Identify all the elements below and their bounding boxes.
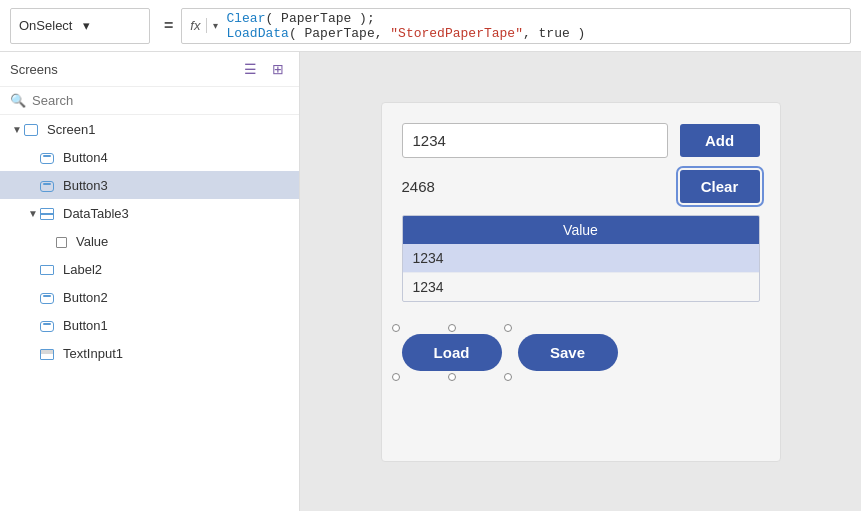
sidebar-item-button3[interactable]: Button3 (0, 171, 299, 199)
sidebar-item-button2[interactable]: Button2 (0, 283, 299, 311)
sidebar-item-label2[interactable]: Label2 (0, 255, 299, 283)
formula-bar[interactable]: fx ▾ Clear( PaperTape ); LoadData( Paper… (181, 8, 851, 44)
clear-button[interactable]: Clear (680, 170, 760, 203)
sidebar-item-label: Button4 (63, 150, 108, 165)
main-layout: Screens ☰ ⊞ 🔍 ▼Screen1Button4Button3▼Dat… (0, 52, 861, 511)
textinput-icon (40, 346, 54, 361)
button-icon (40, 318, 54, 333)
handle-tm[interactable] (448, 324, 456, 332)
handle-bm[interactable] (448, 373, 456, 381)
table-row[interactable]: 1234 (403, 244, 759, 273)
data-table-header: Value (403, 216, 759, 244)
search-icon: 🔍 (10, 93, 26, 108)
button-icon (40, 178, 54, 193)
canvas-area: Add 2468 Clear Value 1234 1234 (300, 52, 861, 511)
screen-icon (24, 122, 38, 137)
sidebar-item-button1[interactable]: Button1 (0, 311, 299, 339)
add-button[interactable]: Add (680, 124, 760, 157)
sidebar-item-textinput1[interactable]: TextInput1 (0, 339, 299, 367)
handle-tl[interactable] (392, 324, 400, 332)
expand-arrow-icon[interactable]: ▼ (10, 124, 24, 135)
fx-chevron-icon: ▾ (213, 20, 218, 31)
sidebar-item-label: Screen1 (47, 122, 95, 137)
chevron-down-icon: ▾ (83, 18, 141, 33)
sidebar-item-datatable3[interactable]: ▼DataTable3 (0, 199, 299, 227)
event-dropdown-label: OnSelect (19, 18, 77, 33)
formula-text: Clear( PaperTape ); LoadData( PaperTape,… (226, 11, 585, 41)
bottom-buttons: Load Save (402, 334, 760, 371)
sidebar-item-value[interactable]: Value (0, 227, 299, 255)
search-bar: 🔍 (0, 87, 299, 115)
list-view-icon[interactable]: ☰ (239, 58, 261, 80)
load-button-wrapper: Load (402, 334, 502, 371)
save-button[interactable]: Save (518, 334, 618, 371)
sidebar-title: Screens (10, 62, 58, 77)
handle-br[interactable] (504, 373, 512, 381)
tree-list: ▼Screen1Button4Button3▼DataTable3ValueLa… (0, 115, 299, 511)
sidebar-item-label: Label2 (63, 262, 102, 277)
fx-label: fx (190, 18, 207, 33)
sidebar-item-button4[interactable]: Button4 (0, 143, 299, 171)
handle-bl[interactable] (392, 373, 400, 381)
label-icon (40, 262, 54, 277)
load-button[interactable]: Load (402, 334, 502, 371)
top-bar: OnSelect ▾ = fx ▾ Clear( PaperTape ); Lo… (0, 0, 861, 52)
app-preview: Add 2468 Clear Value 1234 1234 (381, 102, 781, 462)
sidebar-item-screen1[interactable]: ▼Screen1 (0, 115, 299, 143)
input-row: Add (402, 123, 760, 158)
sidebar-item-label: Button2 (63, 290, 108, 305)
sidebar-item-label: Value (76, 234, 108, 249)
table-row[interactable]: 1234 (403, 273, 759, 301)
sidebar: Screens ☰ ⊞ 🔍 ▼Screen1Button4Button3▼Dat… (0, 52, 300, 511)
expand-arrow-icon[interactable]: ▼ (26, 208, 40, 219)
sidebar-header: Screens ☰ ⊞ (0, 52, 299, 87)
sidebar-item-label: TextInput1 (63, 346, 123, 361)
datatable-icon (40, 206, 54, 221)
data-table: Value 1234 1234 (402, 215, 760, 302)
value-row: 2468 Clear (402, 170, 760, 203)
formula-fn2: LoadData (226, 26, 288, 41)
event-dropdown[interactable]: OnSelect ▾ (10, 8, 150, 44)
sidebar-item-label: Button1 (63, 318, 108, 333)
sidebar-icons: ☰ ⊞ (239, 58, 289, 80)
checkbox-icon (56, 234, 67, 249)
sidebar-item-label: Button3 (63, 178, 108, 193)
sidebar-item-label: DataTable3 (63, 206, 129, 221)
button-icon (40, 290, 54, 305)
equals-icon: = (164, 17, 173, 35)
button-icon (40, 150, 54, 165)
value-display: 2468 (402, 178, 668, 195)
grid-view-icon[interactable]: ⊞ (267, 58, 289, 80)
search-input[interactable] (32, 93, 289, 108)
formula-str-arg: "StoredPaperTape" (390, 26, 523, 41)
handle-tr[interactable] (504, 324, 512, 332)
text-input[interactable] (402, 123, 668, 158)
formula-fn1: Clear (226, 11, 265, 26)
